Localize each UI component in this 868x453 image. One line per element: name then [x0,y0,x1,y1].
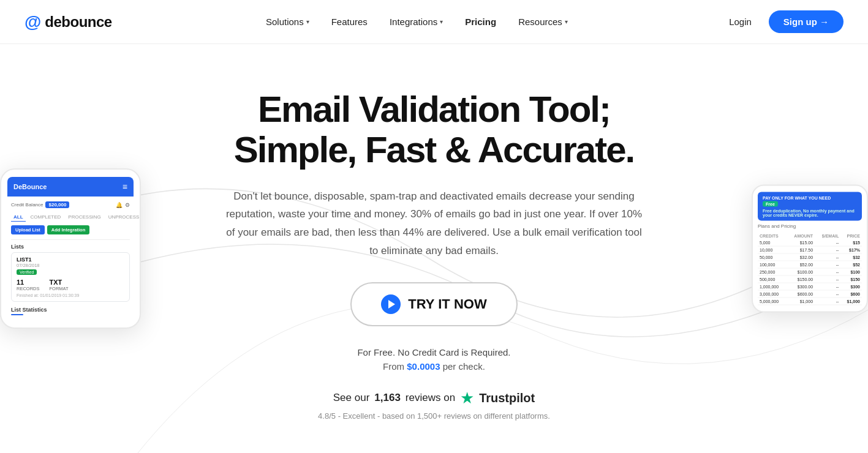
notification-icon: 🔔 [116,202,123,208]
signup-button[interactable]: Sign up → [769,10,843,33]
list-footer: Finished at: 01/01/2019 01:30:39 [17,293,124,298]
chevron-down-icon: ▾ [440,18,443,25]
pricing-row: 100,000$52.00--$52 [758,261,862,268]
logo-icon: @ [25,12,41,32]
records-stat: 11 RECORDS [17,279,40,291]
try-it-now-button[interactable]: TRY IT NOW [350,282,517,326]
nav-links: Solutions ▾ Features Integrations ▾ Pric… [257,12,576,32]
pricing-row: 10,000$17.50--$17% [758,246,862,253]
list-date: 07/28/2018 [17,263,124,268]
col-price: PRICE [840,233,862,239]
nav-pricing[interactable]: Pricing [456,12,505,32]
hero-description: Don't let bounce, disposable, spam-trap … [226,187,643,260]
play-icon [381,294,401,314]
tab-completed[interactable]: COMPLETED [28,213,64,222]
free-badge: Free [763,201,778,207]
credit-value: $20,000 [45,201,69,208]
pricing-header: PAY ONLY FOR WHAT YOU NEED Free Free ded… [758,192,862,221]
tab-all[interactable]: ALL [11,213,26,222]
chevron-down-icon: ▾ [306,18,309,25]
hero-sub-free: For Free. No Credit Card is Required. [226,347,643,358]
tab-unprocessed[interactable]: UNPROCESSED [106,213,141,222]
logo-text: debounce [45,13,111,31]
nav-integrations[interactable]: Integrations ▾ [381,12,451,32]
pricing-subtitle: Plans and Pricing [758,223,862,229]
hero-title: Email Validation Tool; Simple, Fast & Ac… [226,89,643,170]
trustpilot-brand: Trustpilot [479,391,535,405]
hero-sub-price: From $0.0003 per check. [226,361,643,372]
pricing-table: CREDITS AMOUNT $/EMAIL PRICE 5,000$15.00… [758,233,862,305]
pricing-row: 250,000$100.00--$100 [758,268,862,275]
pricing-row: 500,000$150.00--$150 [758,275,862,283]
list-card: LIST1 07/28/2018 Verified 11 RECORDS TXT… [11,252,130,302]
col-credits: CREDITS [758,233,787,239]
menu-icon: ≡ [123,182,127,192]
pricing-row: 1,000,000$300.00--$300 [758,283,862,290]
login-button[interactable]: Login [722,12,759,32]
tab-processing[interactable]: PROCESSING [66,213,103,222]
pricing-row: 5,000,000$1,000--$1,000 [758,298,862,305]
list-statistics-section: List Statistics [11,307,130,315]
rating-text: 4.8/5 - Excellent - based on 1,500+ revi… [226,411,643,421]
settings-icon: ⚙ [125,202,130,208]
trustpilot-row: See our 1,163 reviews on ★ Trustpilot [226,389,643,408]
left-mockup: DeBounce ≡ Credit Balance $20,000 🔔 ⚙ AL… [0,168,141,329]
format-stat: TXT FORMAT [50,279,69,291]
hero-section: DeBounce ≡ Credit Balance $20,000 🔔 ⚙ AL… [0,44,868,453]
trustpilot-star-icon: ★ [460,389,474,408]
lists-label: Lists [11,244,130,250]
logo[interactable]: @ debounce [25,12,112,32]
pricing-row: 5,000$15.00--$15 [758,239,862,247]
nav-solutions[interactable]: Solutions ▾ [257,12,318,32]
review-count: 1,163 [374,392,401,404]
pricing-row: 3,000,000$600.00--$600 [758,290,862,298]
col-amount: AMOUNT [787,233,815,239]
list-name: LIST1 [17,256,124,263]
col-per-email: $/EMAIL [815,233,840,239]
hero-content: Email Validation Tool; Simple, Fast & Ac… [226,89,643,421]
pricing-row: 50,000$32.00--$32 [758,253,862,261]
navbar: @ debounce Solutions ▾ Features Integrat… [0,0,868,44]
nav-features[interactable]: Features [323,12,376,32]
upload-list-button[interactable]: Upload List [11,225,45,234]
price-link[interactable]: $0.0003 [407,361,440,372]
add-integration-button[interactable]: Add Integration [47,225,89,234]
chevron-down-icon: ▾ [565,18,568,25]
right-mockup: PAY ONLY FOR WHAT YOU NEED Free Free ded… [752,185,868,313]
verified-badge: Verified [17,269,37,275]
mockup-logo: DeBounce [13,183,47,190]
nav-resources[interactable]: Resources ▾ [510,12,576,32]
nav-right: Login Sign up → [722,10,843,33]
credit-label: Credit Balance [11,202,43,208]
